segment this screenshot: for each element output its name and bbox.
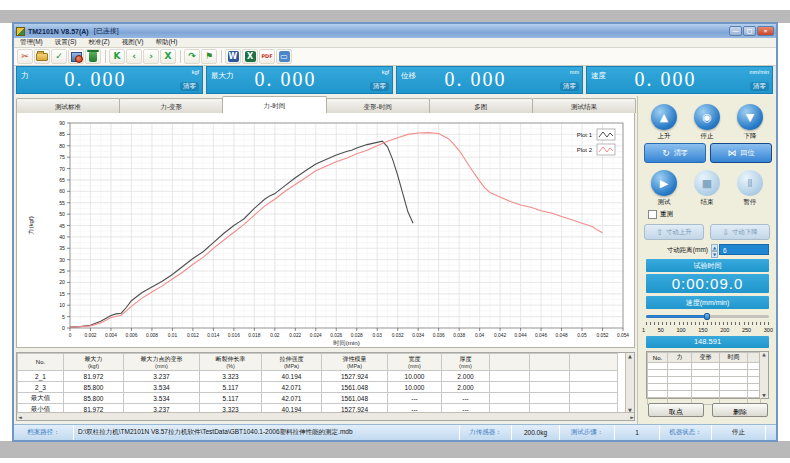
points-header-cell: 变形 — [692, 353, 720, 363]
inch-down-button[interactable]: ⇩ 寸动下降 — [710, 224, 770, 240]
toolbar-separator — [180, 50, 181, 63]
display-clear-button[interactable]: 清零 — [560, 82, 579, 91]
menu-item-1[interactable]: 设置(S) — [49, 38, 83, 47]
app-icon — [16, 27, 25, 36]
points-row[interactable] — [648, 384, 761, 391]
table-cell — [570, 371, 618, 382]
results-header-row: No.最大力(kgf)最大力点的变形(mm)断裂伸长率(%)拉伸强度(MPa)弹… — [18, 354, 618, 371]
tab-2[interactable]: 力-时间 — [222, 96, 326, 113]
last-record-icon[interactable]: X — [160, 49, 176, 64]
table-row[interactable]: 2_181.9723.2373.32340.1941527.92410.0002… — [18, 371, 618, 382]
results-header-cell: 最大力点的变形(mm) — [124, 354, 200, 371]
svg-text:0.026: 0.026 — [330, 333, 342, 338]
menu-item-4[interactable]: 帮助(H) — [149, 38, 183, 47]
points-row[interactable] — [648, 370, 761, 377]
tab-3[interactable]: 变形-时间 — [326, 98, 430, 113]
minimize-button[interactable]: — — [729, 26, 742, 36]
points-cell — [648, 363, 668, 370]
svg-text:0.042: 0.042 — [494, 333, 506, 338]
display-displacement: 位移0. 000mm清零 — [396, 66, 583, 94]
open-folder-icon[interactable] — [34, 49, 50, 64]
take-point-button[interactable]: 取点 — [648, 403, 704, 417]
test-2-button[interactable]: Ⅱ — [737, 170, 763, 196]
spinner-up-icon[interactable]: ▲ — [711, 244, 718, 251]
results-vertical-scrollbar[interactable]: ▲▼ — [625, 353, 634, 413]
points-header-cell: 力 — [668, 353, 692, 363]
svg-text:55: 55 — [59, 200, 65, 206]
tab-0[interactable]: 测试标准 — [16, 98, 120, 113]
svg-text:10: 10 — [59, 302, 65, 308]
test-0-button[interactable]: ▶ — [651, 170, 677, 196]
zero-button[interactable]: ↻ 清零 — [644, 143, 706, 163]
speed-slider[interactable] — [646, 313, 769, 320]
display-clear-button[interactable]: 清零 — [180, 82, 199, 91]
force-time-chart: 00.0020.0040.0060.0080.010.0120.0140.016… — [17, 113, 634, 346]
first-record-icon[interactable]: K — [109, 49, 125, 64]
pdf-export-icon[interactable]: PDF — [259, 49, 275, 64]
status-value-3: 停止 — [712, 425, 766, 440]
jog-wrap: ▼下降 — [730, 104, 770, 141]
table-cell: 10.000 — [388, 382, 442, 393]
menu-item-2[interactable]: 校准(Z) — [82, 38, 115, 47]
jog-2-button[interactable]: ▼ — [737, 104, 763, 130]
results-horizontal-scrollbar[interactable]: ◄► — [17, 412, 635, 420]
menu-item-0[interactable]: 管理(M) — [14, 38, 49, 47]
close-button[interactable]: × — [757, 26, 774, 36]
maximize-button[interactable]: ▢ — [743, 26, 756, 36]
table-row[interactable]: 2_385.8003.5345.11742.0711561.04810.0002… — [18, 382, 618, 393]
jog-0-button[interactable]: ▲ — [651, 104, 677, 130]
display-clear-button[interactable]: 清零 — [750, 82, 769, 91]
svg-text:0.034: 0.034 — [412, 333, 424, 338]
svg-text:0.012: 0.012 — [187, 333, 199, 338]
excel-export-icon[interactable]: X — [242, 49, 258, 64]
retest-checkbox[interactable] — [648, 210, 657, 219]
delete-point-button[interactable]: 删除 — [712, 403, 768, 417]
spinner-down-icon[interactable]: ▼ — [711, 251, 718, 258]
inch-up-button[interactable]: ⇧ 寸动上升 — [644, 224, 704, 240]
monitor-icon[interactable]: ▭ — [276, 49, 292, 64]
svg-text:0.014: 0.014 — [207, 333, 219, 338]
delete-record-icon[interactable] — [85, 49, 101, 64]
svg-text:0.038: 0.038 — [453, 333, 465, 338]
chart-panel: 00.0020.0040.0060.0080.010.0120.0140.016… — [16, 113, 635, 348]
slider-ruler — [646, 322, 769, 326]
tab-5[interactable]: 测试结果 — [532, 98, 636, 113]
svg-text:50: 50 — [59, 211, 65, 217]
points-table-scrollbar[interactable]: ▲▼ — [759, 352, 768, 398]
slider-thumb[interactable] — [704, 313, 710, 320]
points-row[interactable] — [648, 377, 761, 384]
page-bottom-strip — [0, 441, 790, 458]
display-max-force: 最大力0. 000kgf清零 — [206, 66, 393, 94]
svg-text:0.04: 0.04 — [475, 333, 485, 338]
status-value-2: 1 — [615, 425, 660, 440]
test-wrap: ■结束 — [687, 170, 727, 207]
inch-distance-spinner[interactable]: ▲ ▼ — [711, 244, 718, 255]
points-row[interactable] — [648, 391, 761, 398]
cut-icon[interactable]: ✂ — [17, 49, 33, 64]
inch-distance-field[interactable]: 6 — [719, 244, 769, 255]
slider-tick-label: 1 — [642, 327, 645, 333]
tab-4[interactable]: 多图 — [429, 98, 533, 113]
menu-item-3[interactable]: 视图(V) — [116, 38, 150, 47]
slider-tick-label: 300 — [764, 327, 773, 333]
retest-label: 重测 — [660, 210, 673, 219]
svg-text:0.004: 0.004 — [105, 333, 117, 338]
jog-1-button[interactable]: ◉ — [694, 104, 720, 130]
prev-record-icon[interactable]: ‹ — [126, 49, 142, 64]
curve-icon[interactable]: ↷ — [184, 49, 200, 64]
svg-text:0: 0 — [69, 333, 72, 338]
svg-text:0.002: 0.002 — [84, 333, 96, 338]
next-record-icon[interactable]: › — [143, 49, 159, 64]
save-check-icon[interactable]: ✓ — [51, 49, 67, 64]
word-export-icon[interactable]: W — [225, 49, 241, 64]
points-row[interactable] — [648, 363, 761, 370]
svg-text:Plot 1: Plot 1 — [577, 132, 593, 138]
flag-icon[interactable]: ⚑ — [201, 49, 217, 64]
display-value: 0. 000 — [207, 68, 364, 91]
table-row[interactable]: 最大值85.8003.5345.11742.0711561.048------ — [18, 393, 618, 404]
tab-1[interactable]: 力-变形 — [119, 98, 223, 113]
home-button[interactable]: ⋈ 回位 — [710, 143, 772, 163]
display-clear-button[interactable]: 清零 — [370, 82, 389, 91]
export-database-icon[interactable] — [68, 49, 84, 64]
test-1-button[interactable]: ■ — [694, 170, 720, 196]
